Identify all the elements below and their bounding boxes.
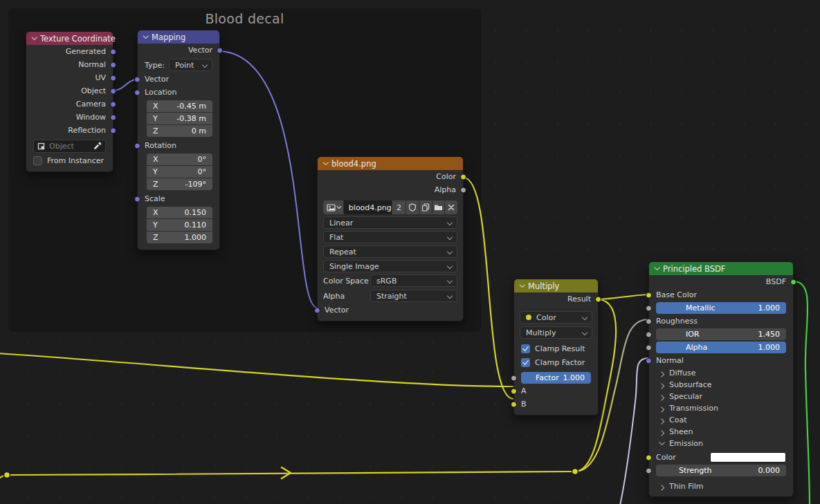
emission-strength-slider[interactable]: Strength 0.000 [656, 465, 786, 476]
blend-mode-dropdown[interactable]: Multiply [520, 326, 592, 339]
panel-subsurface[interactable]: Subsurface [649, 379, 793, 391]
socket-bsdf-out[interactable] [790, 279, 796, 285]
image-browse-button[interactable] [323, 200, 343, 214]
location-y-field[interactable]: Y-0.38 m [147, 113, 212, 124]
mapping-type-dropdown[interactable]: Point [169, 59, 212, 71]
alpha-slider[interactable]: Alpha 1.000 [656, 342, 786, 353]
node-header[interactable]: Multiply [514, 279, 598, 292]
collapse-icon[interactable] [143, 32, 148, 38]
color-space-dropdown[interactable]: sRGB [370, 274, 457, 287]
socket-result-out[interactable] [595, 296, 601, 302]
socket-normal[interactable] [646, 357, 652, 364]
metallic-slider[interactable]: Metallic 1.000 [656, 302, 786, 314]
chevron-right-icon [659, 430, 664, 436]
panel-sheen[interactable]: Sheen [649, 426, 793, 438]
clamp-result-checkbox[interactable] [521, 344, 530, 353]
collapse-icon[interactable] [322, 159, 328, 165]
output-window: Window [26, 111, 113, 124]
socket-roughness[interactable] [646, 318, 652, 324]
rotation-y-field[interactable]: Y0° [147, 166, 212, 178]
emission-color-swatch[interactable] [710, 452, 786, 463]
socket-normal[interactable] [110, 62, 116, 68]
socket-emission-strength[interactable] [646, 467, 652, 474]
source-dropdown[interactable]: Single Image [323, 260, 457, 272]
scale-z-field[interactable]: Z1.000 [147, 232, 212, 243]
projection-dropdown[interactable]: Flat [323, 231, 457, 243]
node-mix-multiply[interactable]: Multiply Result Color Multiply Clamp Res… [513, 279, 599, 416]
socket-uv[interactable] [110, 75, 116, 81]
socket-alpha[interactable] [646, 344, 652, 351]
node-header[interactable]: Texture Coordinate [26, 32, 113, 45]
image-name-field[interactable]: blood4.png [344, 200, 392, 214]
node-header[interactable]: Principled BSDF [649, 262, 793, 275]
socket-vector-out[interactable] [217, 47, 223, 53]
socket-alpha-out[interactable] [460, 187, 466, 193]
chevron-right-icon [659, 485, 664, 490]
node-header[interactable]: Mapping [138, 30, 219, 44]
node-principled-bsdf[interactable]: Principled BSDF BSDF Base Color Metallic… [648, 261, 794, 497]
socket-vector-in[interactable] [134, 76, 140, 82]
eyedropper-icon[interactable] [93, 142, 102, 150]
scale-values: X0.150 Y0.110 Z1.000 [147, 207, 212, 243]
socket-base-color[interactable] [646, 292, 652, 298]
socket-b-in[interactable] [511, 401, 517, 407]
panel-specular[interactable]: Specular [649, 391, 793, 402]
reroute-node[interactable] [4, 472, 10, 478]
collapse-icon[interactable] [519, 281, 525, 287]
scale-x-field[interactable]: X0.150 [147, 207, 212, 218]
fake-user-button[interactable] [406, 200, 419, 214]
clamp-factor-checkbox[interactable] [521, 358, 530, 367]
panel-emission[interactable]: Emission [649, 438, 793, 449]
socket-generated[interactable] [110, 48, 116, 55]
from-instancer-checkbox[interactable] [33, 156, 42, 165]
output-camera: Camera [26, 97, 113, 111]
panel-coat[interactable]: Coat [649, 414, 793, 426]
socket-scale[interactable] [134, 196, 140, 202]
output-result: Result [514, 292, 598, 306]
reroute-node[interactable] [572, 469, 578, 475]
socket-a-in[interactable] [511, 388, 517, 394]
socket-ior[interactable] [646, 331, 652, 337]
interpolation-dropdown[interactable]: Linear [323, 216, 457, 229]
duplicate-button[interactable] [419, 200, 432, 214]
open-image-button[interactable] [432, 200, 445, 214]
panel-thin-film[interactable]: Thin Film [649, 480, 793, 492]
socket-object[interactable] [110, 88, 116, 94]
socket-location[interactable] [134, 89, 140, 95]
socket-metallic[interactable] [646, 305, 652, 311]
node-image-texture[interactable]: blood4.png Color Alpha blood4.png 2 Line… [317, 156, 464, 321]
socket-vector-in[interactable] [314, 307, 320, 313]
data-type-dropdown[interactable]: Color [520, 311, 592, 324]
ior-slider[interactable]: IOR 1.450 [656, 328, 786, 340]
socket-rotation[interactable] [134, 142, 140, 149]
rotation-z-field[interactable]: Z-109° [147, 178, 212, 190]
node-texture-coordinate[interactable]: Texture Coordinate Generated Normal UV O… [26, 31, 113, 172]
object-picker-field[interactable]: Object [33, 140, 106, 153]
socket-window[interactable] [110, 114, 116, 120]
socket-factor[interactable] [511, 375, 517, 381]
node-title: Texture Coordinate [40, 34, 116, 44]
extension-dropdown[interactable]: Repeat [323, 245, 457, 258]
socket-emission-color[interactable] [646, 454, 652, 460]
node-title: Principled BSDF [663, 264, 725, 274]
node-mapping[interactable]: Mapping Vector Type: Point Vector Locati… [137, 30, 220, 250]
image-users-button[interactable]: 2 [392, 200, 406, 214]
collapse-icon[interactable] [654, 264, 659, 270]
collapse-icon[interactable] [31, 34, 37, 39]
location-z-field[interactable]: Z0 m [147, 125, 212, 137]
unlink-button[interactable] [445, 200, 457, 214]
node-title: Multiply [528, 281, 559, 291]
factor-slider[interactable]: Factor 1.000 [521, 372, 591, 384]
rotation-x-field[interactable]: X0° [147, 153, 212, 165]
socket-reflection[interactable] [110, 127, 116, 133]
socket-camera[interactable] [110, 101, 116, 107]
location-x-field[interactable]: X-0.45 m [147, 100, 212, 112]
node-header[interactable]: blood4.png [318, 157, 463, 170]
folder-icon [434, 203, 443, 212]
panel-transmission[interactable]: Transmission [649, 402, 793, 414]
socket-color-out[interactable] [460, 174, 466, 180]
panel-diffuse[interactable]: Diffuse [649, 367, 793, 379]
input-vector: Vector [318, 304, 463, 317]
scale-y-field[interactable]: Y0.110 [147, 219, 212, 231]
alpha-mode-dropdown[interactable]: Straight [370, 290, 457, 302]
